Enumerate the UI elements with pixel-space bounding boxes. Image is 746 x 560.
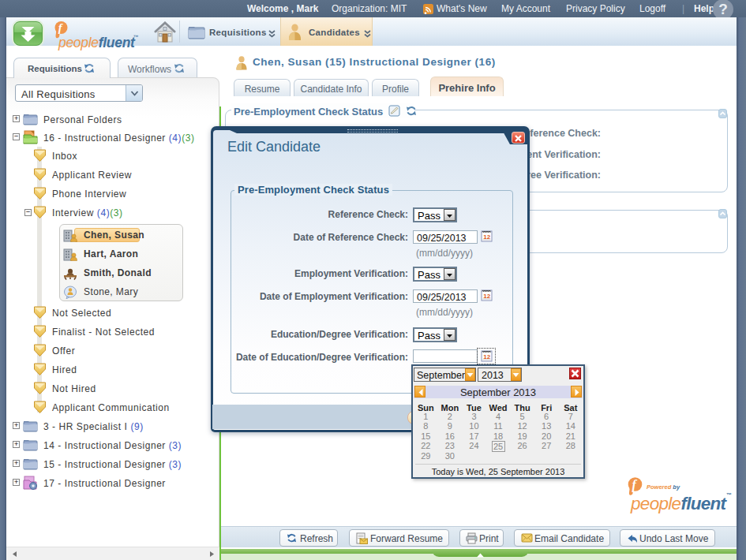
svg-text:™: ™ [133, 34, 139, 39]
svg-text:™: ™ [726, 492, 732, 498]
svg-text:Powered by: Powered by [647, 483, 680, 491]
svg-text:peoplefluent: peoplefluent [630, 494, 728, 513]
svg-text:peoplefluent: peoplefluent [58, 35, 136, 50]
